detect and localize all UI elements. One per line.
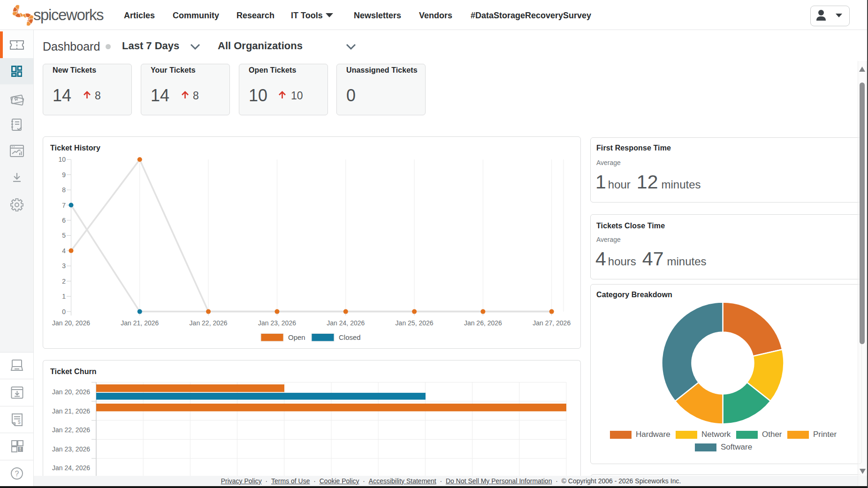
svg-text:0: 0 [62, 308, 66, 315]
svg-text:5: 5 [62, 232, 66, 239]
svg-text:Jan 23, 2026: Jan 23, 2026 [258, 319, 296, 327]
svg-text:Jan 22, 2026: Jan 22, 2026 [190, 319, 228, 327]
svg-text:9: 9 [62, 171, 66, 179]
svg-text:4: 4 [62, 247, 66, 255]
svg-text:!: ! [19, 447, 21, 452]
svg-text:Jan 22, 2026: Jan 22, 2026 [52, 426, 90, 434]
svg-text:3: 3 [62, 262, 66, 270]
svg-text:Jan 20, 2026: Jan 20, 2026 [52, 319, 90, 327]
svg-text:Jan 27, 2026: Jan 27, 2026 [533, 319, 571, 327]
svg-text:Jan 24, 2026: Jan 24, 2026 [327, 319, 365, 327]
svg-text:Jan 21, 2026: Jan 21, 2026 [52, 407, 90, 415]
svg-text:7: 7 [62, 202, 66, 209]
svg-text:?: ? [15, 470, 19, 478]
svg-text:$: $ [18, 420, 21, 425]
svg-text:8: 8 [62, 186, 66, 194]
svg-text:Closed: Closed [339, 333, 361, 341]
svg-text:Jan 23, 2026: Jan 23, 2026 [52, 445, 90, 453]
svg-text:1: 1 [62, 293, 66, 300]
svg-text:Jan 26, 2026: Jan 26, 2026 [464, 319, 502, 327]
svg-text:2: 2 [62, 278, 66, 285]
svg-text:10: 10 [58, 156, 66, 163]
svg-text:6: 6 [62, 217, 66, 224]
svg-text:Jan 20, 2026: Jan 20, 2026 [52, 388, 90, 396]
svg-text:Jan 25, 2026: Jan 25, 2026 [396, 319, 434, 327]
svg-text:Jan 21, 2026: Jan 21, 2026 [121, 319, 159, 327]
svg-text:Jan 24, 2026: Jan 24, 2026 [52, 464, 90, 472]
svg-text:Open: Open [288, 333, 305, 341]
